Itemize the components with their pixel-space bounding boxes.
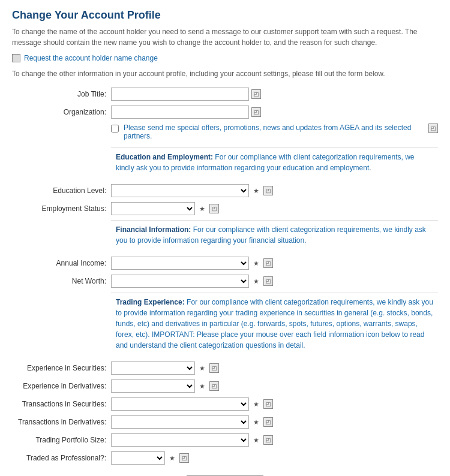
employment-status-label: Employment Status:	[12, 204, 111, 213]
newsletter-resize-icon[interactable]: ◰	[428, 123, 438, 133]
exp-derivatives-star-icon: ★	[197, 381, 207, 391]
trans-derivatives-resize-icon[interactable]: ◰	[263, 417, 273, 427]
trading-section-info: Trading Experience: For our compliance w…	[111, 293, 438, 354]
trans-securities-input-wrap: ★ ◰	[111, 397, 273, 411]
annual-income-resize-icon[interactable]: ◰	[263, 258, 273, 268]
education-section-info: Education and Employment: For our compli…	[111, 147, 438, 177]
traded-professional-star-icon: ★	[167, 453, 177, 463]
exp-securities-star-icon: ★	[197, 363, 207, 373]
net-worth-label: Net Worth:	[12, 277, 111, 285]
job-title-row: Job Title: ◰	[12, 88, 438, 101]
job-title-input[interactable]	[111, 88, 249, 101]
financial-section-info: Financial Information: For our complianc…	[111, 220, 438, 249]
name-change-row: Request the account holder name change	[12, 54, 438, 62]
trading-section-title: Trading Experience:	[116, 298, 185, 306]
exp-securities-resize-icon[interactable]: ◰	[209, 363, 219, 373]
portfolio-size-select[interactable]	[111, 433, 249, 447]
job-title-resize-icon[interactable]: ◰	[251, 89, 261, 99]
net-worth-resize-icon[interactable]: ◰	[263, 276, 273, 286]
traded-professional-select[interactable]	[111, 451, 165, 465]
employment-status-select[interactable]	[111, 202, 195, 215]
trans-derivatives-select[interactable]	[111, 415, 249, 429]
net-worth-row: Net Worth: ★ ◰	[12, 275, 438, 288]
portfolio-size-label: Trading Portfolio Size:	[12, 436, 111, 444]
education-level-label: Education Level:	[12, 186, 111, 195]
trans-derivatives-star-icon: ★	[251, 417, 261, 427]
trans-securities-label: Transactions in Securities:	[12, 400, 111, 408]
section-description: To change the other information in your …	[12, 68, 438, 79]
portfolio-size-row: Trading Portfolio Size: ★ ◰	[12, 433, 438, 447]
newsletter-checkbox-row: Please send me special offers, promotion…	[111, 123, 438, 140]
education-level-input-wrap: ★ ◰	[111, 184, 273, 197]
intro-text: To change the name of the account holder…	[12, 26, 438, 48]
organization-row: Organization: ◰	[12, 106, 438, 119]
trans-derivatives-row: Transactions in Derivatives: ★ ◰	[12, 415, 438, 429]
exp-derivatives-row: Experience in Derivatives: ★ ◰	[12, 379, 438, 393]
organization-label: Organization:	[12, 108, 111, 116]
job-title-label: Job Title:	[12, 90, 111, 98]
education-level-select[interactable]	[111, 184, 249, 197]
employment-status-resize-icon[interactable]: ◰	[209, 204, 219, 213]
financial-section-title: Financial Information:	[116, 225, 191, 234]
exp-derivatives-resize-icon[interactable]: ◰	[209, 381, 219, 391]
exp-securities-label: Experience in Securities:	[12, 364, 111, 372]
organization-input-wrap: ◰	[111, 106, 261, 119]
annual-income-input-wrap: ★ ◰	[111, 257, 273, 270]
education-level-star-icon: ★	[251, 186, 261, 195]
education-level-resize-icon[interactable]: ◰	[263, 186, 273, 195]
annual-income-star-icon: ★	[251, 258, 261, 268]
education-section-title: Education and Employment:	[116, 153, 213, 161]
traded-professional-row: Traded as Professional?: ★ ◰	[12, 451, 438, 465]
organization-resize-icon[interactable]: ◰	[251, 107, 261, 117]
net-worth-star-icon: ★	[251, 276, 261, 286]
employment-status-star-icon: ★	[197, 204, 207, 213]
portfolio-size-input-wrap: ★ ◰	[111, 433, 273, 447]
trans-securities-select[interactable]	[111, 397, 249, 411]
name-change-icon	[12, 54, 20, 62]
exp-securities-select[interactable]	[111, 361, 195, 375]
traded-professional-label: Traded as Professional?:	[12, 454, 111, 462]
employment-status-input-wrap: ★ ◰	[111, 202, 219, 215]
education-level-row: Education Level: ★ ◰	[12, 184, 438, 197]
trans-derivatives-input-wrap: ★ ◰	[111, 415, 273, 429]
net-worth-input-wrap: ★ ◰	[111, 275, 273, 288]
trans-securities-row: Transactions in Securities: ★ ◰	[12, 397, 438, 411]
job-title-input-wrap: ◰	[111, 88, 261, 101]
traded-professional-input-wrap: ★ ◰	[111, 451, 189, 465]
trans-derivatives-label: Transactions in Derivatives:	[12, 418, 111, 426]
newsletter-label: Please send me special offers, promotion…	[124, 123, 424, 140]
traded-professional-resize-icon[interactable]: ◰	[179, 453, 189, 463]
exp-securities-input-wrap: ★ ◰	[111, 361, 219, 375]
exp-derivatives-select[interactable]	[111, 379, 195, 393]
page-title: Change Your Account Profile	[12, 9, 438, 22]
trans-securities-star-icon: ★	[251, 399, 261, 409]
exp-derivatives-input-wrap: ★ ◰	[111, 379, 219, 393]
employment-status-row: Employment Status: ★ ◰	[12, 202, 438, 215]
portfolio-size-star-icon: ★	[251, 435, 261, 445]
exp-securities-row: Experience in Securities: ★ ◰	[12, 361, 438, 375]
annual-income-row: Annual Income: ★ ◰	[12, 257, 438, 270]
portfolio-size-resize-icon[interactable]: ◰	[263, 435, 273, 445]
annual-income-select[interactable]	[111, 257, 249, 270]
net-worth-select[interactable]	[111, 275, 249, 288]
exp-derivatives-label: Experience in Derivatives:	[12, 382, 111, 390]
name-change-link[interactable]: Request the account holder name change	[24, 54, 158, 62]
trans-securities-resize-icon[interactable]: ◰	[263, 399, 273, 409]
annual-income-label: Annual Income:	[12, 259, 111, 267]
organization-input[interactable]	[111, 106, 249, 119]
newsletter-checkbox[interactable]	[111, 125, 119, 132]
